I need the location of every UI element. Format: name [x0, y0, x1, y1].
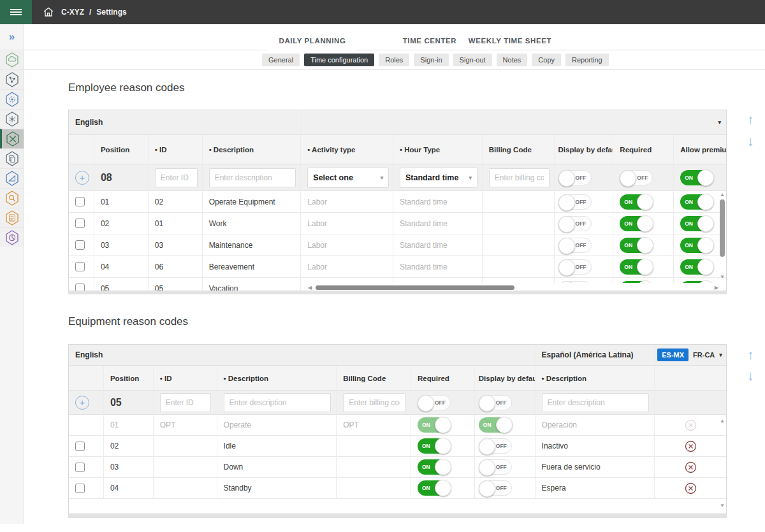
display-toggle[interactable]: OFF	[558, 259, 592, 275]
required-toggle[interactable]: ON	[418, 480, 451, 496]
equipment-col-id: • ID	[154, 366, 217, 391]
sidebar-item-optimize[interactable]	[0, 109, 24, 129]
scroll-right-icon[interactable]: ▶	[715, 285, 718, 291]
tab-time-center[interactable]: TIME CENTER	[389, 31, 470, 51]
delete-row-button[interactable]	[684, 461, 697, 473]
tab-daily-planning[interactable]: DAILY PLANNING	[268, 31, 357, 51]
sidebar-expand-button[interactable]: »	[0, 24, 24, 50]
employee-activity-type-select[interactable]: Select one▾	[307, 168, 389, 188]
required-toggle[interactable]: ON	[620, 194, 653, 210]
subtab-time-configuration[interactable]: Time configuration	[304, 54, 374, 66]
allow-premium-toggle[interactable]: ON	[680, 259, 713, 275]
equipment-row-2: 02 Idle ON OFF Inactivo	[69, 436, 726, 457]
equipment-new-billing-input[interactable]	[343, 393, 405, 412]
employee-hour-type-select[interactable]: Standard time▾	[400, 168, 477, 188]
employee-new-description-input[interactable]	[209, 168, 296, 187]
delete-icon	[685, 482, 697, 494]
scroll-up-icon[interactable]: ▲	[720, 192, 725, 198]
sidebar-item-reports[interactable]	[0, 227, 24, 247]
sidebar-item-dispatch[interactable]	[0, 69, 24, 89]
subtab-reporting[interactable]: Reporting	[565, 54, 609, 66]
employee-new-billing-input[interactable]	[489, 168, 550, 187]
subtab-sign-in[interactable]: Sign-in	[414, 54, 448, 66]
equipment-col-display-by-default: Display by default	[475, 366, 536, 391]
employee-table-options-caret-icon[interactable]: ▾	[718, 119, 721, 126]
sidebar-item-checklist[interactable]	[0, 208, 24, 227]
row-checkbox[interactable]	[75, 463, 85, 472]
employee-new-display-toggle[interactable]: OFF	[558, 170, 592, 185]
sidebar-item-field-tools[interactable]	[0, 129, 24, 148]
sidebar-item-documents[interactable]	[0, 148, 24, 168]
sidebar-item-target[interactable]	[0, 89, 24, 109]
equipment-new-required-toggle[interactable]: OFF	[418, 395, 451, 410]
equipment-table-options-caret-icon[interactable]: ▾	[719, 352, 722, 358]
delete-row-button[interactable]	[684, 482, 697, 494]
language-button-es-mx[interactable]: ES-MX	[657, 349, 688, 361]
required-toggle[interactable]: ON	[620, 259, 653, 275]
equipment-new-row: + 05 OFF OFF	[69, 391, 726, 415]
scroll-down-icon[interactable]: ▼	[720, 275, 725, 280]
equipment-move-up-icon[interactable]: ↑	[747, 347, 754, 363]
equipment-new-description-es-input[interactable]	[542, 393, 649, 412]
hamburger-menu-button[interactable]	[0, 0, 32, 24]
row-checkbox[interactable]	[75, 240, 85, 250]
equipment-add-row-button[interactable]: +	[75, 396, 89, 410]
home-button[interactable]	[40, 0, 57, 24]
required-toggle[interactable]: ON	[620, 238, 653, 253]
horizontal-scroll-thumb[interactable]	[316, 285, 514, 290]
row-checkbox[interactable]	[75, 442, 85, 451]
required-toggle[interactable]: ON	[418, 438, 451, 454]
scroll-left-icon[interactable]: ◀	[308, 285, 312, 291]
allow-premium-toggle[interactable]: ON	[680, 194, 713, 210]
delete-row-button	[684, 419, 697, 431]
required-toggle[interactable]: ON	[418, 459, 451, 475]
equipment-col-description: • Description	[217, 366, 337, 391]
allow-premium-toggle[interactable]: ON	[680, 216, 713, 231]
employee-new-id-input[interactable]	[155, 168, 198, 187]
employee-col-billing-code: Billing Code	[483, 135, 555, 164]
display-toggle[interactable]: OFF	[479, 459, 512, 475]
row-checkbox[interactable]	[75, 219, 85, 228]
display-toggle[interactable]: OFF	[558, 238, 592, 253]
inspect-icon	[4, 190, 20, 206]
subtab-general[interactable]: General	[262, 54, 300, 66]
equipment-new-display-toggle[interactable]: OFF	[479, 395, 512, 410]
sidebar-item-cloud[interactable]	[0, 50, 24, 69]
employee-move-up-icon[interactable]: ↑	[747, 112, 754, 127]
employee-move-down-icon[interactable]: ↓	[747, 134, 754, 149]
sidebar-item-measure[interactable]	[0, 168, 24, 188]
subtab-roles[interactable]: Roles	[379, 54, 409, 66]
equipment-new-description-input[interactable]	[224, 393, 331, 412]
display-toggle[interactable]: OFF	[558, 194, 592, 210]
display-toggle[interactable]: OFF	[479, 438, 512, 454]
equipment-reason-codes-table: English Español (América Latina) ES-MX F…	[68, 344, 727, 514]
employee-reason-codes-table: English ▾ Position • ID • Description • …	[68, 110, 727, 292]
breadcrumb-app[interactable]: C-XYZ	[61, 8, 84, 17]
equipment-table-bottom-track[interactable]	[68, 514, 727, 518]
scroll-down-icon[interactable]: ▼	[720, 503, 725, 508]
breadcrumb-page: Settings	[96, 8, 126, 17]
subtab-copy[interactable]: Copy	[532, 54, 561, 66]
vertical-scroll-thumb[interactable]	[720, 199, 725, 257]
display-toggle[interactable]: OFF	[479, 480, 512, 496]
equipment-new-id-input[interactable]	[160, 393, 211, 412]
delete-row-button[interactable]	[684, 440, 697, 452]
subtab-sign-out[interactable]: Sign-out	[453, 54, 492, 66]
sidebar-item-inspect[interactable]	[0, 188, 24, 208]
scroll-up-icon[interactable]: ▲	[720, 419, 725, 424]
row-checkbox[interactable]	[75, 197, 85, 206]
tab-weekly-time-sheet[interactable]: WEEKLY TIME SHEET	[459, 31, 561, 51]
display-toggle[interactable]: OFF	[558, 216, 592, 231]
equipment-move-down-icon[interactable]: ↓	[747, 368, 754, 384]
subtab-notes[interactable]: Notes	[497, 54, 528, 66]
language-button-fr-ca[interactable]: FR-CA	[688, 349, 719, 361]
employee-new-allow-premium-toggle[interactable]: ON	[680, 170, 713, 185]
row-checkbox[interactable]	[75, 484, 85, 493]
row-checkbox[interactable]	[75, 262, 85, 271]
employee-new-required-toggle[interactable]: OFF	[620, 170, 653, 185]
employee-table-bottom-track[interactable]	[68, 291, 727, 294]
allow-premium-toggle[interactable]: ON	[680, 238, 713, 253]
required-toggle[interactable]: ON	[620, 216, 653, 231]
employee-row-2: 02 01 Work Labor Standard time OFF ON ON	[69, 213, 726, 234]
employee-add-row-button[interactable]: +	[75, 171, 89, 185]
